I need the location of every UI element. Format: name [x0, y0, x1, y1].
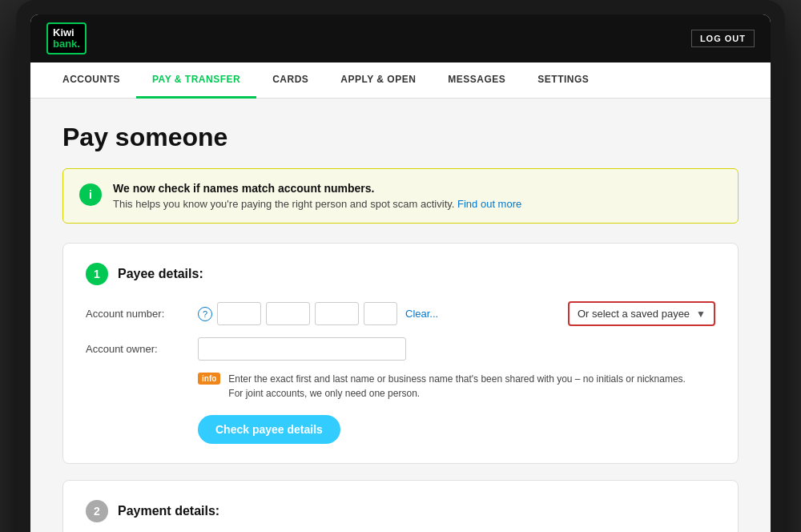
step2-badge: 2 — [86, 500, 108, 522]
nav-item-cards[interactable]: CARDS — [256, 62, 324, 99]
logo-text: Kiwibank. — [53, 27, 80, 50]
step1-badge: 1 — [86, 263, 108, 285]
account-number-row: Account number: ? Clear... Or select a s… — [86, 301, 715, 326]
find-out-more-link[interactable]: Find out more — [457, 198, 521, 210]
top-bar: Kiwibank. LOG OUT — [30, 14, 771, 62]
payment-details-section: 2 Payment details: Pay from account: Ple… — [62, 480, 739, 532]
section2-header: 2 Payment details: — [86, 500, 715, 522]
check-payee-button[interactable]: Check payee details — [198, 415, 340, 444]
page-title: Pay someone — [62, 123, 739, 152]
content-area: Pay someone i We now check if names matc… — [30, 99, 771, 532]
info-banner-body: This helps you know you're paying the ri… — [113, 198, 521, 210]
account-owner-label: Account owner: — [86, 343, 190, 355]
chevron-down-icon: ▼ — [696, 308, 706, 320]
account-fields: ? Clear... — [198, 302, 560, 325]
section2-title: Payment details: — [118, 504, 219, 518]
info-banner-text: We now check if names match account numb… — [113, 182, 521, 210]
section1-title: Payee details: — [118, 267, 203, 281]
account-input-bank[interactable] — [217, 302, 261, 325]
info-notice: info Enter the exact first and last name… — [198, 372, 715, 401]
account-owner-input[interactable] — [198, 337, 406, 361]
logout-button[interactable]: LOG OUT — [691, 30, 755, 47]
clear-link[interactable]: Clear... — [405, 308, 438, 320]
saved-payee-label: Or select a saved payee — [578, 308, 690, 320]
account-owner-row: Account owner: — [86, 337, 715, 361]
account-input-account[interactable] — [315, 302, 359, 325]
nav-item-pay-transfer[interactable]: PAY & TRANSFER — [136, 62, 256, 99]
account-number-label: Account number: — [86, 308, 190, 320]
info-banner: i We now check if names match account nu… — [62, 168, 739, 224]
saved-payee-dropdown[interactable]: Or select a saved payee ▼ — [568, 301, 715, 326]
account-input-suffix[interactable] — [364, 302, 397, 325]
nav-item-messages[interactable]: MESSAGES — [432, 62, 521, 99]
screen: Kiwibank. LOG OUT ACCOUNTS PAY & TRANSFE… — [30, 14, 771, 532]
nav-item-apply-open[interactable]: APPLY & OPEN — [324, 62, 432, 99]
logo: Kiwibank. — [46, 22, 87, 55]
help-icon[interactable]: ? — [198, 307, 212, 321]
info-banner-heading: We now check if names match account numb… — [113, 182, 521, 195]
nav-bar: ACCOUNTS PAY & TRANSFER CARDS APPLY & OP… — [30, 62, 771, 99]
info-badge: info — [198, 373, 220, 385]
account-input-branch[interactable] — [266, 302, 310, 325]
info-notice-text: Enter the exact first and last name or b… — [228, 372, 686, 401]
tablet-frame: Kiwibank. LOG OUT ACCOUNTS PAY & TRANSFE… — [16, 0, 785, 532]
nav-item-settings[interactable]: SETTINGS — [521, 62, 605, 99]
nav-item-accounts[interactable]: ACCOUNTS — [46, 62, 136, 99]
section1-header: 1 Payee details: — [86, 263, 715, 285]
payee-details-section: 1 Payee details: Account number: ? Clear… — [62, 243, 739, 464]
info-icon: i — [79, 183, 102, 206]
